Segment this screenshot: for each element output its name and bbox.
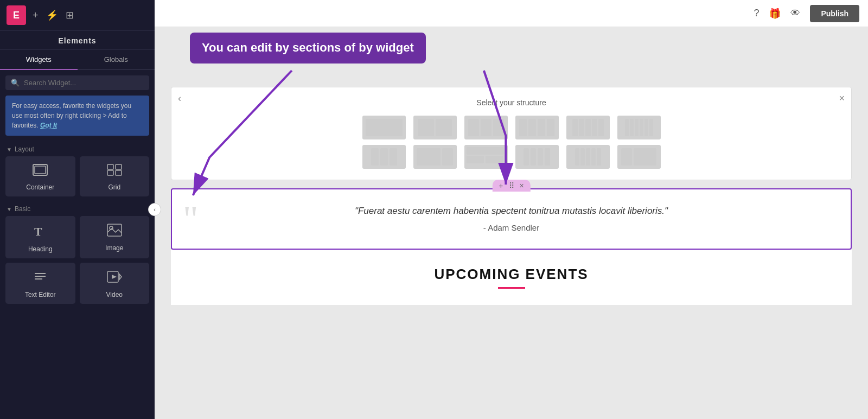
elementor-logo[interactable]: E (7, 5, 26, 25)
text-editor-label: Text Editor (25, 291, 56, 299)
quote-text: "Fuerat aestu carentem habentia spectent… (194, 206, 829, 217)
elements-title: Elements (0, 31, 155, 50)
svg-rect-4 (107, 170, 113, 175)
back-button[interactable]: ‹ (178, 93, 181, 104)
svg-marker-14 (112, 275, 117, 279)
publish-button[interactable]: Publish (810, 5, 859, 22)
tab-globals[interactable]: Globals (78, 50, 155, 69)
structure-3col-mixed[interactable] (464, 145, 508, 169)
svg-rect-5 (116, 170, 122, 175)
upcoming-section: UPCOMING EVENTS (171, 250, 852, 305)
structure-2col-wide[interactable] (413, 145, 457, 169)
structure-split-left[interactable] (362, 145, 406, 169)
svg-rect-1 (35, 166, 46, 174)
widget-grid[interactable]: Grid (80, 156, 150, 196)
favorites-hint: For easy access, favorite the widgets yo… (5, 96, 149, 136)
structure-1col[interactable] (362, 116, 406, 139)
video-icon (107, 270, 122, 287)
svg-rect-3 (116, 164, 122, 169)
structure-panel: ‹ Select your structure × (171, 87, 852, 180)
add-icon[interactable]: + (33, 10, 39, 21)
structure-6col[interactable] (617, 116, 661, 139)
top-bar: ? 🎁 👁 Publish (155, 0, 868, 27)
upcoming-title: UPCOMING EVENTS (193, 266, 830, 283)
widget-image[interactable]: Image (80, 216, 150, 258)
widget-heading[interactable]: T Heading (5, 216, 75, 258)
widget-container[interactable]: Container (5, 156, 75, 196)
svg-text:T: T (34, 225, 42, 238)
quote-handle-bar: + ⠿ × (492, 180, 530, 192)
widget-sections: Layout Container Grid Basic (0, 141, 155, 419)
container-label: Container (26, 183, 54, 191)
structure-4col[interactable] (515, 116, 559, 139)
svg-rect-2 (107, 164, 113, 169)
canvas: You can edit by sections of by widget ‹ … (155, 27, 868, 419)
structure-4col-mix[interactable] (515, 145, 559, 169)
structure-row-1 (362, 116, 661, 139)
basic-grid: T Heading Image Text Editor (5, 216, 149, 304)
structure-5col-mix[interactable] (566, 145, 610, 169)
widget-move-btn[interactable]: ⠿ (509, 181, 514, 190)
sidebar-header-icons: + ⚡ ⊞ (33, 9, 74, 21)
grid-label: Grid (108, 183, 120, 191)
heading-icon: T (33, 224, 48, 241)
layout-section-label: Layout (5, 141, 149, 156)
basic-section-label: Basic (5, 201, 149, 216)
image-icon (107, 224, 122, 240)
structure-5col[interactable] (566, 116, 610, 139)
structure-wide-narrow[interactable] (617, 145, 661, 169)
widget-close-btn[interactable]: × (520, 181, 524, 190)
structure-title: Select your structure (182, 98, 840, 107)
video-label: Video (106, 291, 123, 299)
sidebar-header: E + ⚡ ⊞ (0, 0, 155, 31)
main-area: ? 🎁 👁 Publish You can edit by sections o… (155, 0, 868, 419)
layout-grid: Container Grid (5, 156, 149, 196)
widget-text-editor[interactable]: Text Editor (5, 263, 75, 304)
grid-icon (107, 164, 122, 179)
search-input[interactable] (24, 79, 144, 87)
sidebar-tabs: Widgets Globals (0, 50, 155, 70)
layers-icon[interactable]: ⊞ (66, 9, 74, 21)
svg-marker-13 (119, 274, 122, 280)
help-icon[interactable]: ? (754, 8, 759, 19)
preview-icon[interactable]: 👁 (790, 8, 800, 19)
widget-video[interactable]: Video (80, 263, 150, 304)
image-label: Image (105, 244, 123, 252)
collapse-sidebar-btn[interactable]: ‹ (148, 203, 161, 216)
structure-row-2 (362, 145, 661, 169)
heading-label: Heading (28, 245, 53, 253)
got-it-link[interactable]: Got It (40, 122, 57, 129)
quote-section[interactable]: + ⠿ × " "Fuerat aestu carentem habentia … (171, 188, 852, 250)
gift-icon[interactable]: 🎁 (769, 8, 781, 20)
annotation-text: You can edit by sections of by widget (202, 40, 414, 56)
search-icon: 🔍 (11, 79, 20, 87)
search-box: 🔍 (5, 75, 149, 90)
container-icon (33, 164, 48, 179)
structure-2col-arrow[interactable] (413, 116, 457, 139)
settings-icon[interactable]: ⚡ (46, 9, 58, 21)
sidebar: E + ⚡ ⊞ Elements Widgets Globals 🔍 For e… (0, 0, 155, 419)
text-editor-icon (33, 270, 48, 287)
tab-widgets[interactable]: Widgets (0, 50, 78, 70)
close-structure-btn[interactable]: × (839, 93, 845, 104)
quote-author: - Adam Sendler (194, 223, 829, 232)
upcoming-underline (498, 287, 525, 289)
structure-3col[interactable] (464, 116, 508, 139)
annotation-box: You can edit by sections of by widget (190, 33, 426, 64)
widget-add-btn[interactable]: + (499, 181, 503, 190)
structure-grid (182, 116, 840, 169)
